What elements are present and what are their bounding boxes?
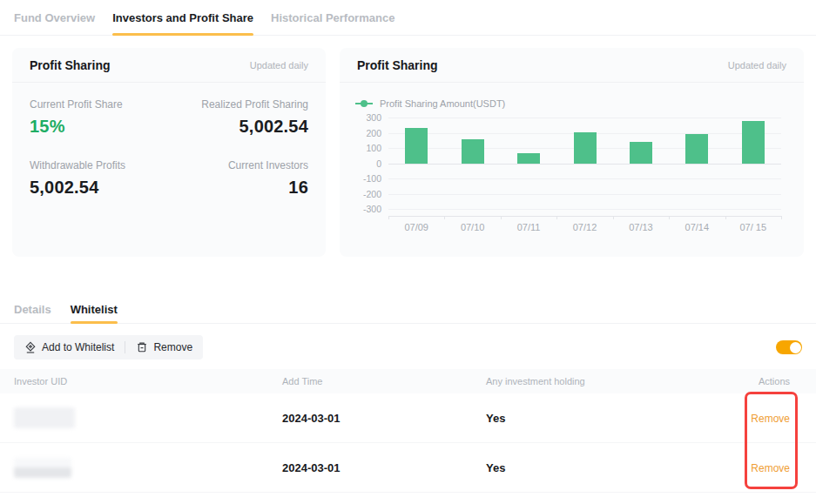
- profit-sharing-bar-chart: 3002001000-100-200-30007/0907/1007/1107/…: [355, 112, 788, 243]
- stat-value: 5,002.54: [30, 178, 169, 198]
- chart-bar: [405, 128, 428, 163]
- chart-updated-note: Updated daily: [728, 60, 786, 71]
- gridline: [388, 164, 781, 165]
- y-axis-label: -300: [355, 204, 381, 214]
- tab-whitelist[interactable]: Whitelist: [71, 296, 118, 323]
- profit-sharing-summary-card: Profit Sharing Updated daily Current Pro…: [12, 48, 326, 257]
- x-axis-label: 07/13: [615, 222, 667, 232]
- whitelist-toggle[interactable]: [776, 340, 802, 354]
- detail-tabs: Details Whitelist: [0, 296, 816, 324]
- chart-bar: [742, 121, 765, 163]
- trash-icon: [136, 341, 148, 353]
- table-header: Investor UID Add Time Any investment hol…: [0, 369, 816, 393]
- legend-label: Profit Sharing Amount(USDT): [380, 98, 505, 109]
- tab-investors-profit-share[interactable]: Investors and Profit Share: [112, 0, 253, 35]
- x-axis-label: 07/10: [447, 222, 499, 232]
- stat-label: Realized Profit Sharing: [169, 98, 308, 111]
- profit-sharing-chart-card: Profit Sharing Updated daily Profit Shar…: [340, 48, 804, 257]
- whitelist-toolbar: Add to Whitelist Remove: [14, 335, 802, 360]
- col-investor-uid: Investor UID: [0, 376, 282, 386]
- x-axis-tick: [781, 216, 782, 219]
- tab-details[interactable]: Details: [14, 296, 51, 323]
- col-investment-holding: Any investment holding: [486, 376, 720, 386]
- x-axis-label: 07/09: [390, 222, 442, 232]
- col-add-time: Add Time: [282, 376, 486, 386]
- redacted-uid: [14, 458, 71, 478]
- summary-updated-note: Updated daily: [250, 60, 308, 71]
- x-axis-tick: [669, 216, 670, 219]
- summary-card-title: Profit Sharing: [30, 58, 111, 72]
- gridline: [388, 118, 781, 118]
- stat-value: 5,002.54: [169, 117, 308, 137]
- chart-body: Profit Sharing Amount(USDT) 3002001000-1…: [340, 83, 804, 243]
- cell-add-time: 2024-03-01: [282, 412, 486, 425]
- x-axis-label: 07/14: [671, 222, 723, 232]
- toggle-knob: [790, 342, 801, 353]
- stat-label: Current Investors: [169, 159, 308, 171]
- cell-investor-uid: [0, 407, 282, 428]
- table-row: 2024-03-01 Yes Remove: [0, 393, 816, 443]
- y-axis-label: -100: [355, 173, 381, 184]
- table-row: 2024-03-01 Yes Remove: [0, 443, 816, 493]
- x-axis-tick: [501, 216, 502, 219]
- y-axis-label: 100: [355, 143, 381, 153]
- row-remove-link[interactable]: Remove: [751, 413, 790, 425]
- remove-button-label: Remove: [153, 341, 192, 353]
- x-axis-tick: [444, 216, 445, 219]
- cell-add-time: 2024-03-01: [282, 461, 486, 474]
- summary-card-header: Profit Sharing Updated daily: [12, 48, 326, 83]
- x-axis-tick: [556, 216, 557, 219]
- x-axis-tick: [388, 216, 389, 219]
- chart-bar: [630, 142, 652, 164]
- summary-stats: Current Profit Share 15% Realized Profit…: [12, 83, 326, 213]
- chart-bar: [574, 132, 597, 164]
- stat-realized-profit-sharing: Realized Profit Sharing 5,002.54: [169, 98, 308, 137]
- x-axis-label: 07/11: [502, 222, 555, 232]
- col-actions: Actions: [720, 376, 816, 386]
- chart-bar: [462, 139, 484, 163]
- add-to-whitelist-icon: [24, 341, 37, 353]
- gridline: [388, 178, 781, 179]
- stat-value: 16: [169, 178, 308, 198]
- x-axis-label: 07/12: [559, 222, 611, 232]
- chart-bar: [517, 153, 540, 163]
- row-remove-link[interactable]: Remove: [751, 462, 790, 474]
- legend-marker-icon: [355, 100, 373, 107]
- tab-fund-overview[interactable]: Fund Overview: [14, 0, 95, 35]
- add-to-whitelist-button[interactable]: Add to Whitelist: [24, 341, 114, 353]
- cell-holding: Yes: [486, 412, 720, 425]
- cards-row: Profit Sharing Updated daily Current Pro…: [12, 48, 804, 257]
- x-axis-tick: [613, 216, 614, 219]
- stat-value: 15%: [30, 117, 169, 137]
- cell-holding: Yes: [486, 461, 720, 474]
- stat-label: Withdrawable Profits: [30, 159, 169, 171]
- y-axis-label: 300: [355, 112, 381, 123]
- y-axis-label: 200: [355, 128, 381, 138]
- stat-label: Current Profit Share: [30, 98, 169, 111]
- stat-withdrawable-profits: Withdrawable Profits 5,002.54: [30, 159, 169, 198]
- x-axis-line: [388, 216, 781, 217]
- cell-investor-uid: [0, 458, 282, 478]
- toolbar-divider: [125, 341, 125, 353]
- stat-current-profit-share: Current Profit Share 15%: [30, 98, 169, 137]
- remove-button[interactable]: Remove: [136, 341, 192, 353]
- gridline: [388, 209, 781, 210]
- x-axis-label: 07/ 15: [727, 222, 779, 232]
- add-to-whitelist-label: Add to Whitelist: [42, 341, 114, 353]
- y-axis-label: 0: [355, 158, 381, 169]
- tab-historical-performance[interactable]: Historical Performance: [271, 0, 395, 35]
- x-axis-tick: [725, 216, 726, 219]
- gridline: [388, 194, 781, 195]
- y-axis-label: -200: [355, 189, 381, 199]
- chart-legend: Profit Sharing Amount(USDT): [355, 98, 788, 109]
- redacted-uid: [14, 407, 75, 428]
- chart-card-header: Profit Sharing Updated daily: [340, 48, 804, 83]
- toolbar-button-group: Add to Whitelist Remove: [14, 335, 203, 360]
- chart-bar: [685, 134, 708, 163]
- stat-current-investors: Current Investors 16: [169, 159, 308, 198]
- whitelist-table: Investor UID Add Time Any investment hol…: [0, 369, 816, 493]
- chart-card-title: Profit Sharing: [357, 58, 438, 72]
- main-tabs: Fund Overview Investors and Profit Share…: [0, 0, 816, 36]
